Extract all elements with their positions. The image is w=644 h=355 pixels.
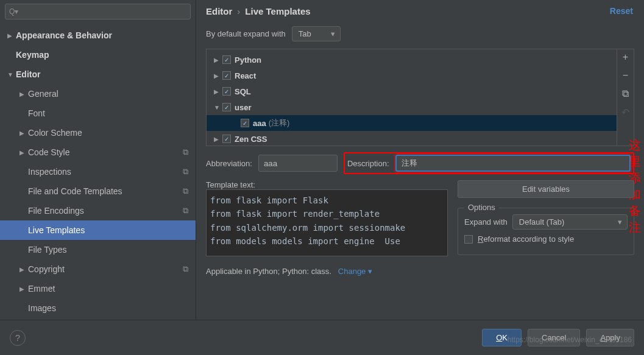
chevron-icon: ▶ <box>19 130 28 136</box>
options-title: Options <box>464 203 499 212</box>
sidebar-item-font[interactable]: Font <box>0 104 196 123</box>
template-item-zen-css[interactable]: ▶✓Zen CSS <box>207 131 617 146</box>
copy-icon: ⧉ <box>183 186 188 196</box>
template-item-user[interactable]: ▼✓user <box>207 99 617 115</box>
chevron-icon: ▶ <box>214 88 222 95</box>
watermark: https://blog.csdn.net/weixin_48755186 <box>508 336 632 344</box>
remove-button[interactable]: − <box>620 70 632 82</box>
checkbox-icon[interactable]: ✓ <box>241 119 249 127</box>
revert-button[interactable]: ↶ <box>620 107 632 119</box>
sidebar-item-images[interactable]: Images <box>0 298 196 318</box>
chevron-icon: ▶ <box>19 286 28 292</box>
sidebar-item-code-style[interactable]: ▶Code Style⧉ <box>0 142 196 162</box>
chevron-icon: ▶ <box>214 57 222 63</box>
checkbox-icon[interactable]: ✓ <box>222 87 231 96</box>
breadcrumb-sep: › <box>237 6 240 16</box>
sidebar-item-inspections[interactable]: Inspections⧉ <box>0 162 196 181</box>
search-icon: Q▾ <box>9 7 18 16</box>
chevron-icon: ▶ <box>19 266 28 273</box>
sidebar-item-file-and-code-templates[interactable]: File and Code Templates⧉ <box>0 181 196 201</box>
copy-icon: ⧉ <box>183 206 188 216</box>
content-panel: Editor › Live Templates Reset By default… <box>196 0 644 320</box>
sidebar-item-general[interactable]: ▶General <box>0 84 196 104</box>
checkbox-icon[interactable]: ✓ <box>222 55 231 64</box>
description-input[interactable] <box>395 155 631 172</box>
reset-link[interactable]: Reset <box>610 6 633 16</box>
chevron-icon: ▼ <box>214 104 222 111</box>
settings-sidebar: Q▾ ▶Appearance & BehaviorKeymap▼Editor▶G… <box>0 0 196 320</box>
reformat-label: Reformat according to style <box>478 234 574 244</box>
copy-icon: ⧉ <box>183 264 188 274</box>
sidebar-item-file-types[interactable]: File Types <box>0 240 196 259</box>
checkbox-icon[interactable]: ✓ <box>222 71 231 80</box>
applicable-text: Applicable in Python; Python: class. <box>206 267 331 276</box>
sidebar-item-editor[interactable]: ▼Editor <box>0 65 196 84</box>
help-icon[interactable]: ? <box>10 330 26 346</box>
add-button[interactable]: + <box>620 52 632 64</box>
applicable-row: Applicable in Python; Python: class. Cha… <box>196 264 644 278</box>
edit-variables-button[interactable]: Edit variables <box>458 180 634 198</box>
sidebar-item-appearance-behavior[interactable]: ▶Appearance & Behavior <box>0 26 196 45</box>
settings-tree: ▶Appearance & BehaviorKeymap▼Editor▶Gene… <box>0 23 196 320</box>
chevron-icon: ▶ <box>214 136 222 142</box>
chevron-icon: ▼ <box>7 71 16 78</box>
reformat-checkbox[interactable] <box>464 235 473 244</box>
checkbox-icon[interactable]: ✓ <box>222 103 231 111</box>
sidebar-item-file-encodings[interactable]: File Encodings⧉ <box>0 201 196 220</box>
breadcrumb-parent: Editor <box>206 6 232 16</box>
copy-icon: ⧉ <box>183 147 188 157</box>
chevron-icon: ▶ <box>19 149 28 156</box>
template-text-label: Template text: <box>206 180 255 189</box>
copy-icon: ⧉ <box>183 167 188 177</box>
chevron-icon: ▶ <box>7 32 16 39</box>
search-input[interactable]: Q▾ <box>5 4 191 19</box>
sidebar-item-copyright[interactable]: ▶Copyright⧉ <box>0 259 196 279</box>
breadcrumb-current: Live Templates <box>245 6 310 16</box>
expand-dropdown[interactable]: Tab <box>292 26 341 41</box>
template-item-sql[interactable]: ▶✓SQL <box>207 83 617 99</box>
options-group: Options Expand with Default (Tab) Reform… <box>458 208 634 255</box>
chevron-icon: ▶ <box>19 91 28 97</box>
abbrev-label: Abbreviation: <box>206 159 252 168</box>
sidebar-item-emmet[interactable]: ▶Emmet <box>0 279 196 298</box>
template-item-aaa[interactable]: ✓aaa (注释) <box>207 115 617 131</box>
abbrev-input[interactable] <box>258 155 338 172</box>
copy-button[interactable]: ⧉ <box>620 88 632 100</box>
expand-with-label: Expand with <box>464 217 508 227</box>
sidebar-item-live-templates[interactable]: Live Templates <box>0 220 196 240</box>
sidebar-item-keymap[interactable]: Keymap <box>0 45 196 65</box>
templates-area: ▶✓Python▶✓React▶✓SQL▼✓user✓aaa (注释)▶✓Zen… <box>206 49 634 146</box>
template-item-python[interactable]: ▶✓Python <box>207 52 617 68</box>
description-label: Description: <box>347 159 389 168</box>
template-text-area[interactable] <box>206 189 448 256</box>
templates-toolbar: + − ⧉ ↶ <box>617 49 634 146</box>
change-link[interactable]: Change ▾ <box>338 267 372 276</box>
chevron-icon: ▶ <box>214 72 222 79</box>
expand-label: By default expand with <box>206 29 286 38</box>
checkbox-icon[interactable]: ✓ <box>222 135 231 143</box>
sidebar-item-color-scheme[interactable]: ▶Color Scheme <box>0 123 196 142</box>
templates-tree: ▶✓Python▶✓React▶✓SQL▼✓user✓aaa (注释)▶✓Zen… <box>207 49 617 146</box>
breadcrumb: Editor › Live Templates <box>196 0 644 23</box>
expand-with-dropdown[interactable]: Default (Tab) <box>512 214 628 230</box>
template-item-react[interactable]: ▶✓React <box>207 68 617 83</box>
